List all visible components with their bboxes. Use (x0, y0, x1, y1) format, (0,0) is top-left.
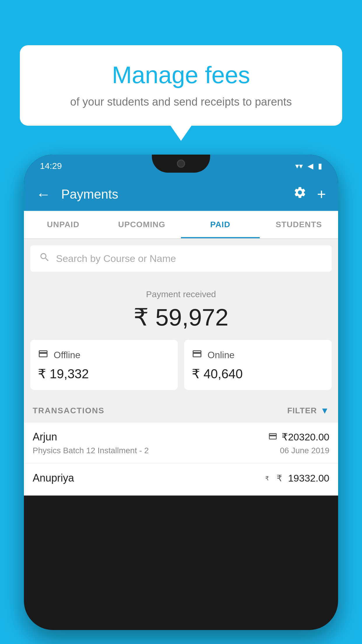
transaction-name-arjun: Arjun (33, 431, 57, 443)
camera-dot (177, 160, 185, 168)
transaction-row[interactable]: Arjun ₹20320.00 Physics Batch 12 Install… (24, 423, 338, 464)
transaction-amount-arjun: ₹20320.00 (282, 431, 329, 443)
transaction-row-bottom: Physics Batch 12 Installment - 2 06 June… (33, 446, 329, 455)
offline-card-header: Offline (38, 349, 170, 362)
speech-bubble-container: Manage fees of your students and send re… (20, 45, 342, 126)
battery-icon: ▮ (318, 162, 322, 171)
payment-received-section: Payment received ₹ 59,972 (24, 278, 338, 340)
search-icon (39, 252, 50, 265)
offline-label: Offline (54, 350, 80, 360)
payment-received-label: Payment received (24, 289, 338, 299)
add-button[interactable]: + (317, 186, 326, 203)
transaction-date-arjun: 06 June 2019 (280, 446, 329, 455)
tab-paid[interactable]: PAID (181, 211, 260, 238)
card-payment-icon (268, 432, 277, 442)
status-icons: ▾▾ ◀ ▮ (295, 162, 322, 171)
filter-button[interactable]: FILTER ▼ (287, 406, 329, 416)
transaction-row-top: Arjun ₹20320.00 (33, 431, 329, 443)
online-icon (192, 349, 202, 362)
rupee-symbol-anupriya: ₹ (277, 473, 282, 483)
speech-bubble-title: Manage fees (37, 61, 325, 89)
transaction-row-top-2: Anupriya ₹ ₹ 19332.00 (33, 472, 329, 484)
tab-unpaid[interactable]: UNPAID (24, 211, 103, 238)
phone-frame: 14:29 ▾▾ ◀ ▮ ← Payments + (24, 155, 338, 630)
online-card-header: Online (192, 349, 324, 362)
transaction-amount-container: ₹20320.00 (268, 431, 329, 443)
status-time: 14:29 (40, 161, 62, 171)
tab-students[interactable]: STUDENTS (260, 211, 338, 238)
tab-bar: UNPAID UPCOMING PAID STUDENTS (24, 211, 338, 239)
phone-screen: Search by Course or Name Payment receive… (24, 239, 338, 496)
app-bar-actions: + (293, 186, 326, 203)
transaction-name-anupriya: Anupriya (33, 472, 74, 484)
online-payment-card: Online ₹ 40,640 (184, 340, 332, 390)
filter-icon: ▼ (320, 406, 329, 416)
transaction-row[interactable]: Anupriya ₹ ₹ 19332.00 (24, 464, 338, 496)
filter-label: FILTER (287, 406, 317, 415)
svg-text:₹: ₹ (265, 475, 269, 482)
phone-container: 14:29 ▾▾ ◀ ▮ ← Payments + (24, 155, 338, 644)
payment-total-amount: ₹ 59,972 (24, 303, 338, 331)
search-container[interactable]: Search by Course or Name (30, 245, 332, 272)
signal-icon: ◀ (307, 162, 313, 171)
transaction-amount-container-2: ₹ ₹ 19332.00 (264, 473, 329, 484)
status-bar: 14:29 ▾▾ ◀ ▮ (24, 155, 338, 177)
online-label: Online (208, 350, 235, 360)
transactions-header: TRANSACTIONS FILTER ▼ (24, 399, 338, 423)
rupee-payment-icon: ₹ (264, 473, 273, 483)
payment-cards: Offline ₹ 19,332 Online ₹ 40,640 (24, 340, 338, 399)
transactions-label: TRANSACTIONS (33, 406, 104, 415)
speech-bubble: Manage fees of your students and send re… (20, 45, 342, 126)
speech-bubble-subtitle: of your students and send receipts to pa… (37, 96, 325, 108)
search-placeholder: Search by Course or Name (56, 253, 176, 264)
tab-upcoming[interactable]: UPCOMING (103, 211, 181, 238)
app-bar: ← Payments + (24, 177, 338, 211)
settings-icon[interactable] (293, 186, 307, 202)
offline-payment-card: Offline ₹ 19,332 (30, 340, 178, 390)
transaction-desc-arjun: Physics Batch 12 Installment - 2 (33, 446, 149, 455)
wifi-icon: ▾▾ (295, 162, 303, 171)
app-bar-title: Payments (61, 187, 283, 202)
online-amount: ₹ 40,640 (192, 366, 324, 381)
offline-amount: ₹ 19,332 (38, 366, 170, 381)
offline-icon (38, 349, 48, 362)
phone-notch (152, 155, 210, 173)
transaction-amount-anupriya: 19332.00 (288, 473, 329, 484)
back-button[interactable]: ← (36, 186, 51, 203)
